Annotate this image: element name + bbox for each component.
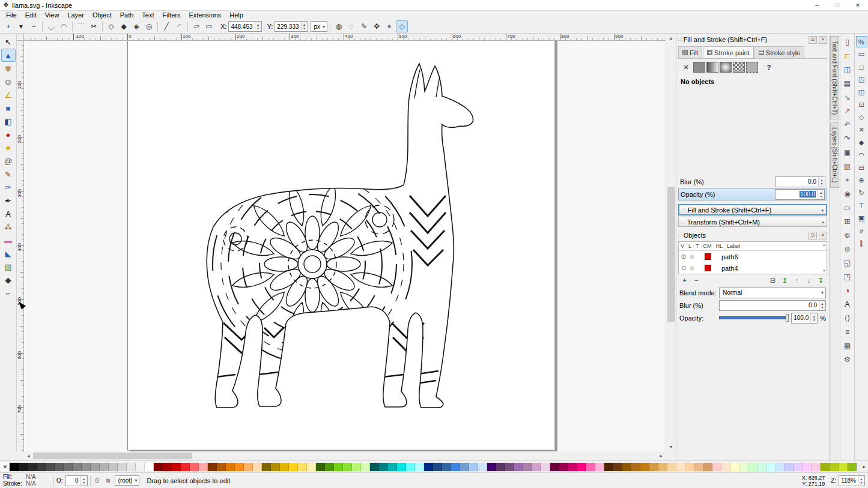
palette-swatch[interactable] xyxy=(775,463,785,471)
snap-bbox-corners-toggle[interactable]: ◳ xyxy=(856,74,867,85)
calligraphy-tool[interactable]: ✒ xyxy=(1,194,16,207)
document-properties-button[interactable]: ▦ xyxy=(842,340,854,352)
palette-swatch[interactable] xyxy=(253,463,262,471)
lock-icon[interactable]: ⋒ xyxy=(688,265,696,271)
new-document-button[interactable]: ▯ xyxy=(842,36,854,48)
scroll-left-button[interactable]: ◄ xyxy=(24,451,33,460)
objects-blur-input[interactable]: 0.0▲▼ xyxy=(719,300,826,311)
selector-tool[interactable]: ↖ xyxy=(1,35,16,49)
object-label[interactable]: path6 xyxy=(721,253,738,261)
layer-visibility-icon[interactable]: ⊙ xyxy=(93,477,102,484)
minimize-button[interactable]: ─ xyxy=(807,0,827,10)
open-document-button[interactable]: ⊏ xyxy=(842,50,854,62)
bezier-tool[interactable]: ✑ xyxy=(1,181,16,194)
raise-object-button[interactable]: ↑ xyxy=(792,276,802,285)
palette-swatch[interactable] xyxy=(541,463,550,471)
import-button[interactable]: ↘ xyxy=(842,91,854,103)
list-scroll-down-icon[interactable]: ▼ xyxy=(822,269,826,273)
palette-swatch[interactable] xyxy=(334,463,343,471)
opacity-row[interactable]: Opacity (%) 100.0▲▼ xyxy=(678,188,827,200)
palette-swatch[interactable] xyxy=(821,463,830,471)
panel-float-button[interactable]: ⊡ xyxy=(809,36,817,44)
align-distribute-button[interactable]: ≡ xyxy=(842,326,854,338)
scroll-up-button[interactable]: ▲ xyxy=(666,34,676,43)
collapse-all-button[interactable]: ⊟ xyxy=(768,276,778,285)
palette-swatch[interactable] xyxy=(154,463,163,471)
menu-edit[interactable]: Edit xyxy=(21,11,41,20)
snap-bbox-toggle[interactable]: ▭ xyxy=(856,49,867,60)
docked-dialog-transform[interactable]: ∷Transform (Shift+Ctrl+M)▴ xyxy=(678,217,827,227)
fill-color-swatch[interactable] xyxy=(705,253,711,260)
unlink-clone-button[interactable]: ⊘ xyxy=(842,243,854,255)
palette-swatch[interactable] xyxy=(848,463,857,471)
group-button[interactable]: ◱ xyxy=(842,257,854,269)
palette-swatch[interactable] xyxy=(613,463,622,471)
palette-swatch[interactable] xyxy=(739,463,748,471)
palette-swatch[interactable] xyxy=(91,463,100,471)
snap-object-centers-toggle[interactable]: ⊕ xyxy=(856,175,867,186)
paint-swatch-button[interactable] xyxy=(746,62,758,73)
add-object-button[interactable]: + xyxy=(679,276,690,285)
stroke-to-path-button[interactable]: ▭ xyxy=(203,20,215,32)
palette-swatch[interactable] xyxy=(676,463,685,471)
measure-tool[interactable]: ∠ xyxy=(1,88,16,101)
spiral-tool[interactable]: @ xyxy=(1,154,16,167)
scroll-right-button[interactable]: ► xyxy=(657,451,666,460)
box-3d-tool[interactable]: ◧ xyxy=(1,115,16,128)
palette-swatch[interactable] xyxy=(505,463,514,471)
palette-swatch[interactable] xyxy=(577,463,586,471)
delete-segment-button[interactable]: ✂ xyxy=(88,20,100,32)
palette-swatch[interactable] xyxy=(271,463,280,471)
show-path-outline-button[interactable]: ◇ xyxy=(396,20,408,32)
current-layer-dropdown[interactable]: (root)▾ xyxy=(115,475,140,486)
node-symmetric-button[interactable]: ◈ xyxy=(130,20,142,32)
palette-swatch[interactable] xyxy=(190,463,199,471)
palette-swatch[interactable] xyxy=(640,463,649,471)
palette-swatch[interactable] xyxy=(379,463,388,471)
snap-enable-toggle[interactable]: % xyxy=(856,36,867,47)
palette-swatch[interactable] xyxy=(388,463,397,471)
palette-swatch[interactable] xyxy=(217,463,226,471)
zoom-level-input[interactable]: 118%▲▼ xyxy=(839,475,865,486)
star-tool[interactable]: ★ xyxy=(1,141,16,154)
palette-swatch[interactable] xyxy=(37,463,46,471)
palette-scroll-button[interactable]: ▸ xyxy=(860,463,868,471)
preferences-button[interactable]: ⚙ xyxy=(842,354,854,366)
palette-swatch[interactable] xyxy=(199,463,208,471)
snap-guides-toggle[interactable]: ∥ xyxy=(856,238,867,249)
menu-help[interactable]: Help xyxy=(225,11,247,20)
palette-swatch[interactable] xyxy=(262,463,271,471)
menu-extensions[interactable]: Extensions xyxy=(184,11,225,20)
palette-swatch[interactable] xyxy=(730,463,739,471)
vertical-scrollbar-thumb[interactable] xyxy=(667,187,675,322)
palette-swatch[interactable] xyxy=(397,463,406,471)
insert-node-button[interactable]: + xyxy=(2,20,14,32)
paint-bucket-tool[interactable]: ◣ xyxy=(1,247,16,260)
next-path-effect-parameter-button[interactable]: ✎ xyxy=(358,20,370,32)
paint-linear-gradient-button[interactable] xyxy=(706,62,718,73)
palette-swatch[interactable] xyxy=(839,463,848,471)
zoom-to-selection-button[interactable]: ⌖ xyxy=(842,174,854,186)
object-label[interactable]: path4 xyxy=(721,265,738,272)
palette-swatch[interactable] xyxy=(757,463,766,471)
palette-swatch[interactable] xyxy=(226,463,235,471)
palette-swatch[interactable] xyxy=(559,463,568,471)
palette-swatch[interactable] xyxy=(721,463,730,471)
palette-swatch[interactable] xyxy=(667,463,676,471)
save-button[interactable]: ◫ xyxy=(842,64,854,76)
delete-node-button[interactable]: − xyxy=(28,20,40,32)
zoom-tool[interactable]: ⊙ xyxy=(1,75,16,88)
palette-swatch[interactable] xyxy=(658,463,667,471)
zoom-to-drawing-button[interactable]: ◉ xyxy=(842,188,854,200)
palette-swatch[interactable] xyxy=(532,463,541,471)
palette-swatch[interactable] xyxy=(73,463,82,471)
paint-unknown-button[interactable]: ? xyxy=(763,62,775,73)
palette-swatch[interactable] xyxy=(136,463,145,471)
node-tool[interactable]: ▲ xyxy=(1,49,16,62)
docked-dialog-fill-and-stroke[interactable]: ∷Fill and Stroke (Shift+Ctrl+F)▴ xyxy=(678,204,827,215)
palette-swatch[interactable] xyxy=(595,463,604,471)
menu-view[interactable]: View xyxy=(41,11,64,20)
palette-swatch[interactable] xyxy=(812,463,821,471)
remove-object-button[interactable]: − xyxy=(691,276,702,285)
fill-color-swatch[interactable] xyxy=(705,265,711,271)
